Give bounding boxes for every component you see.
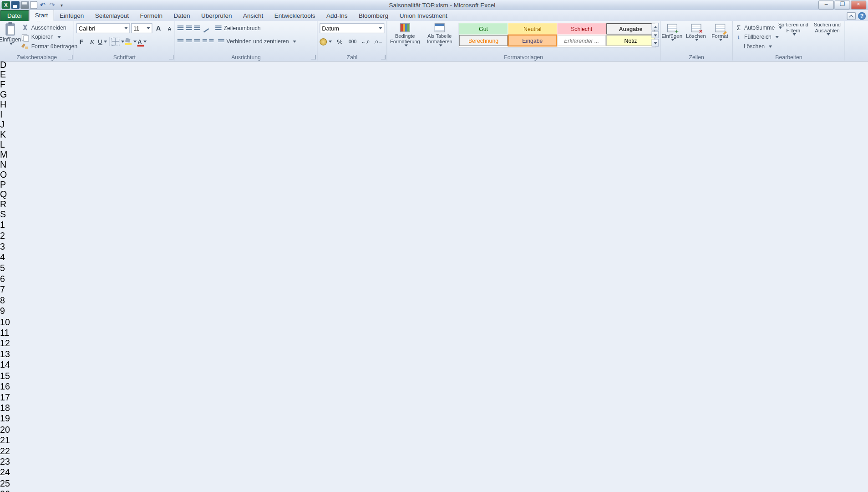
column-header-K[interactable]: K [0,130,42,140]
column-header-Q[interactable]: Q [0,190,42,200]
ribbon-tab-daten[interactable]: Daten [168,10,195,21]
row-header-8[interactable]: 8 [0,295,868,306]
ribbon-tab-formeln[interactable]: Formeln [134,10,168,21]
accounting-format-button[interactable] [320,36,332,46]
customize-icon[interactable]: ▾ [57,1,66,9]
shrink-font-button[interactable] [165,23,175,33]
minimize-ribbon-icon[interactable] [847,12,856,20]
ribbon-tab-überprüfen[interactable]: Überprüfen [196,10,238,21]
ausrichtung-dialog-launcher[interactable] [311,55,316,60]
cell-style-berechnung[interactable]: Berechnung [459,35,508,46]
column-header-H[interactable]: H [0,100,42,110]
underline-button[interactable]: U [97,36,107,46]
redo-icon[interactable]: ↷ [48,1,56,9]
cut-button[interactable]: Ausschneiden [20,23,78,32]
column-header-I[interactable]: I [0,110,42,120]
insert-cells-button[interactable]: Einfügen [660,22,683,53]
align-bottom-icon[interactable] [194,26,200,31]
row-header-26[interactable]: 26 [0,489,868,492]
comma-style-button[interactable]: 000 [348,36,358,46]
row-header-22[interactable]: 22 [0,446,868,456]
column-header-L[interactable]: L [0,140,42,150]
row-header-15[interactable]: 15 [0,370,868,381]
cell-style-notiz[interactable]: Notiz [606,35,655,46]
row-header-3[interactable]: 3 [0,241,868,252]
merge-center-button[interactable]: Verbinden und zentrieren [217,36,297,46]
row-header-9[interactable]: 9 [0,306,868,317]
bold-button[interactable]: F [76,36,86,46]
format-painter-button[interactable]: Format übertragen [20,41,78,51]
fill-button[interactable]: Füllbereich [734,32,783,42]
row-header-17[interactable]: 17 [0,392,868,403]
ribbon-tab-add-ins[interactable]: Add-Ins [321,10,353,21]
grow-font-button[interactable] [153,23,163,33]
align-top-icon[interactable] [178,26,183,31]
undo-icon[interactable]: ↶ [39,1,47,9]
delete-cells-button[interactable]: Löschen [685,22,707,53]
row-header-12[interactable]: 12 [0,338,868,349]
borders-button[interactable] [112,36,124,46]
ribbon-tab-einfügen[interactable]: Einfügen [54,10,90,21]
column-header-R[interactable]: R [0,200,42,210]
cell-style-erklärender-[interactable]: Erklärender ... [557,35,606,46]
align-center-icon[interactable] [186,39,192,44]
row-header-4[interactable]: 4 [0,252,868,263]
gallery-scroll-down[interactable] [652,31,659,39]
paste-button[interactable]: Einfügen [1,22,19,53]
ribbon-tab-ansicht[interactable]: Ansicht [238,10,269,21]
cell-style-ausgabe[interactable]: Ausgabe [606,23,655,34]
column-header-O[interactable]: O [0,170,42,180]
conditional-formatting-button[interactable]: Bedingte Formatierung [388,22,422,53]
align-left-icon[interactable] [178,39,183,44]
column-header-F[interactable]: F [0,80,42,90]
row-header-16[interactable]: 16 [0,381,868,392]
column-header-N[interactable]: N [0,160,42,170]
row-header-5[interactable]: 5 [0,263,868,274]
column-header-E[interactable]: E [0,70,42,80]
cell-style-neutral[interactable]: Neutral [508,23,557,34]
number-format-select[interactable]: Datum [320,23,384,33]
row-header-6[interactable]: 6 [0,273,868,284]
row-header-25[interactable]: 25 [0,478,868,489]
copy-button[interactable]: Kopieren [20,32,78,42]
ribbon-tab-start[interactable]: Start [29,10,54,21]
row-header-24[interactable]: 24 [0,467,868,478]
print-icon[interactable] [20,1,29,9]
row-header-2[interactable]: 2 [0,231,868,241]
row-header-18[interactable]: 18 [0,403,868,414]
ribbon-tab-entwicklertools[interactable]: Entwicklertools [269,10,320,21]
font-color-button[interactable]: A [137,36,147,46]
save-icon[interactable] [11,1,20,9]
ribbon-tab-bloomberg[interactable]: Bloomberg [353,10,394,21]
close-button[interactable]: × [851,0,866,9]
gallery-expand[interactable] [652,39,659,47]
row-header-19[interactable]: 19 [0,413,868,424]
percent-style-button[interactable] [335,36,345,46]
column-header-G[interactable]: G [0,90,42,100]
row-header-1[interactable]: 1 [0,220,868,231]
cell-style-schlecht[interactable]: Schlecht [557,23,606,34]
wrap-text-button[interactable]: Zeilenumbruch [214,23,262,33]
row-header-21[interactable]: 21 [0,435,868,446]
row-header-10[interactable]: 10 [0,317,868,328]
align-right-icon[interactable] [194,39,200,44]
column-header-J[interactable]: J [0,120,42,130]
ribbon-tab-union-investment[interactable]: Union Investment [394,10,453,21]
italic-button[interactable]: K [87,36,97,46]
decrease-decimal-button[interactable] [373,36,383,46]
format-cells-button[interactable]: Format [709,22,731,53]
font-size-select[interactable]: 11 [131,23,152,33]
cell-style-gut[interactable]: Gut [459,23,508,34]
orientation-icon[interactable] [203,25,208,31]
ribbon-tab-datei[interactable]: Datei [0,10,29,21]
find-select-button[interactable]: Suchen und Auswählen [811,22,843,53]
zwischenablage-dialog-launcher[interactable] [68,55,73,60]
ribbon-tab-seitenlayout[interactable]: Seitenlayout [90,10,135,21]
minimize-button[interactable]: – [818,0,834,9]
format-as-table-button[interactable]: Als Tabelle formatieren [423,22,457,53]
restore-button[interactable]: ❐ [834,0,850,9]
increase-decimal-button[interactable] [360,36,371,46]
cell-style-eingabe[interactable]: Eingabe [508,35,557,46]
schriftart-dialog-launcher[interactable] [169,55,173,60]
column-header-M[interactable]: M [0,150,42,160]
